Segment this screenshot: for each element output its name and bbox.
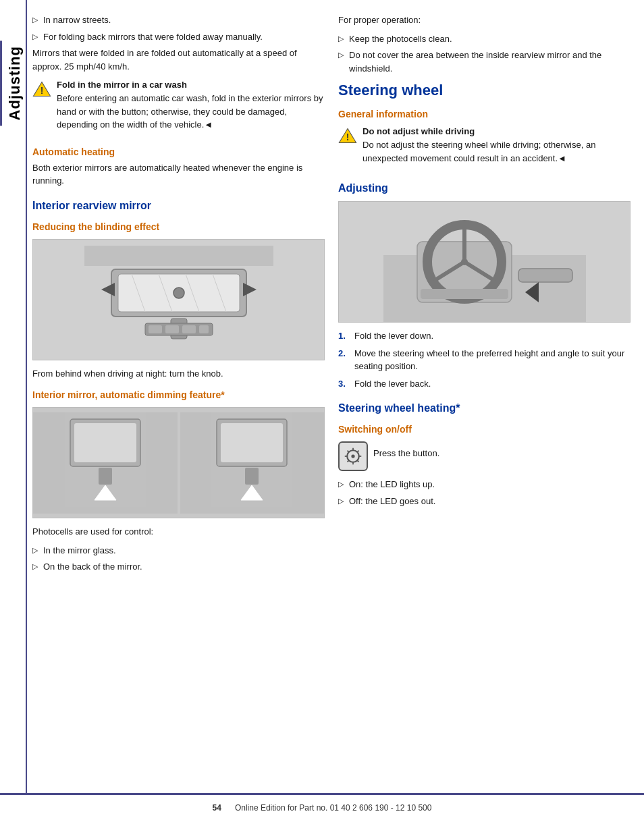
warning-driving: ! Do not adjust while driving Do not adj… <box>338 126 630 170</box>
svg-rect-15 <box>149 325 162 333</box>
warning-driving-title: Do not adjust while driving <box>363 126 630 136</box>
list-item: ▷ On the back of the mirror. <box>32 560 325 574</box>
adjusting-steps: 1. Fold the lever down. 2. Move the stee… <box>338 329 630 390</box>
svg-line-49 <box>357 460 358 462</box>
auto-heating-title: Automatic heating <box>32 146 325 157</box>
general-info-title: General information <box>338 109 630 119</box>
step-number: 2. <box>338 347 349 360</box>
warning-driving-content: Do not adjust while driving Do not adjus… <box>363 126 630 170</box>
numbered-item-3: 3. Fold the lever back. <box>338 377 630 391</box>
footer: 54 Online Edition for Part no. 01 40 2 6… <box>0 793 644 820</box>
heating-button-icon <box>338 441 368 471</box>
warning-icon: ! <box>32 80 51 99</box>
svg-line-51 <box>348 460 349 462</box>
svg-rect-18 <box>199 325 209 333</box>
bullet-arrow-icon: ▷ <box>32 545 38 556</box>
list-item: ▷ In narrow streets. <box>32 13 325 27</box>
svg-rect-21 <box>74 423 136 462</box>
steering-wheel-title: Steering wheel <box>338 82 630 99</box>
warning-content: Fold in the mirror in a car wash Before … <box>57 80 325 137</box>
auto-heating-text: Both exterior mirrors are automatically … <box>32 161 325 188</box>
warning-driving-icon: ! <box>338 126 357 145</box>
step-text: Fold the lever back. <box>354 377 431 391</box>
dimming-mirror-right <box>180 412 325 514</box>
bullet-text: In narrow streets. <box>43 13 325 27</box>
svg-rect-22 <box>99 468 112 485</box>
bullet-text: Do not cover the area between the inside… <box>349 49 630 75</box>
bullet-arrow-icon: ▷ <box>32 561 38 572</box>
svg-rect-3 <box>84 246 273 266</box>
sidebar-label: Adjusting <box>0 40 26 126</box>
svg-rect-17 <box>182 325 196 333</box>
content-area: ▷ In narrow streets. ▷ For folding back … <box>26 0 644 820</box>
svg-text:!: ! <box>41 85 44 96</box>
bullet-arrow-icon: ▷ <box>338 495 344 507</box>
heating-button-svg <box>344 447 363 466</box>
sidebar: Adjusting <box>0 0 26 820</box>
svg-rect-16 <box>165 325 179 333</box>
numbered-item-2: 2. Move the steering wheel to the prefer… <box>338 347 630 373</box>
warning-driving-body: Do not adjust the steering wheel while d… <box>363 138 630 165</box>
proper-operation-text: For proper operation: <box>338 13 630 27</box>
list-item: ▷ Do not cover the area between the insi… <box>338 49 630 75</box>
auto-dimming-title: Interior mirror, automatic dimming featu… <box>32 389 325 400</box>
right-column: For proper operation: ▷ Keep the photoce… <box>338 13 630 807</box>
step-number: 1. <box>338 329 349 343</box>
bullet-text: Off: the LED goes out. <box>349 495 630 508</box>
bullet-text: Keep the photocells clean. <box>349 32 630 46</box>
bullet-arrow-icon: ▷ <box>338 479 344 490</box>
from-behind-text: From behind when driving at night: turn … <box>32 367 325 381</box>
svg-point-43 <box>351 454 354 458</box>
interior-mirror-title: Interior rearview mirror <box>32 200 325 212</box>
list-item: ▷ Keep the photocells clean. <box>338 32 630 46</box>
bullet-text: For folding back mirrors that were folde… <box>43 30 325 44</box>
left-column: ▷ In narrow streets. ▷ For folding back … <box>32 13 325 807</box>
warning-car-wash: ! Fold in the mirror in a car wash Befor… <box>32 80 325 137</box>
svg-rect-39 <box>518 269 572 282</box>
warning-body: Before entering an automatic car wash, f… <box>57 92 325 132</box>
numbered-item-1: 1. Fold the lever down. <box>338 329 630 343</box>
dimming-mirror-image <box>32 407 325 518</box>
bullet-arrow-icon: ▷ <box>338 33 344 45</box>
list-item: ▷ For folding back mirrors that were fol… <box>32 30 325 44</box>
svg-line-48 <box>348 451 349 452</box>
step-text: Fold the lever down. <box>354 329 433 343</box>
list-item: ▷ Off: the LED goes out. <box>338 495 630 508</box>
steering-adjust-svg <box>383 201 586 323</box>
sw-heating-title: Steering wheel heating* <box>338 402 630 414</box>
warning-title: Fold in the mirror in a car wash <box>57 80 325 90</box>
adjusting-title: Adjusting <box>338 182 630 194</box>
steering-wheel-image <box>338 201 630 323</box>
list-item: ▷ On: the LED lights up. <box>338 478 630 491</box>
bullet-text: On: the LED lights up. <box>349 478 630 491</box>
mirror-right-svg <box>211 412 292 507</box>
rearview-mirror-image <box>32 239 325 360</box>
svg-text:!: ! <box>346 132 350 142</box>
mirror-svg <box>84 246 273 354</box>
page-number: 54 <box>213 803 221 813</box>
page-container: Adjusting ▷ In narrow streets. ▷ For fol… <box>0 0 644 820</box>
list-item: ▷ In the mirror glass. <box>32 544 325 557</box>
edition-text: Online Edition for Part no. 01 40 2 606 … <box>235 803 432 813</box>
dimming-mirror-left <box>33 412 178 514</box>
reducing-blinding-title: Reducing the blinding effect <box>32 221 325 232</box>
photocells-text: Photocells are used for control: <box>32 525 325 539</box>
svg-point-13 <box>173 288 184 298</box>
svg-rect-27 <box>245 468 259 485</box>
bullet-arrow-icon: ▷ <box>32 31 38 43</box>
bullet-text: In the mirror glass. <box>43 544 325 557</box>
sidebar-divider <box>26 0 27 820</box>
bullet-arrow-icon: ▷ <box>338 49 344 61</box>
switch-button-box: Press the button. <box>338 441 630 471</box>
bullet-arrow-icon: ▷ <box>32 14 38 26</box>
switching-title: Switching on/off <box>338 424 630 435</box>
bullet-text: On the back of the mirror. <box>43 560 325 574</box>
svg-rect-41 <box>421 289 508 299</box>
mirror-left-svg <box>65 412 146 507</box>
svg-line-50 <box>357 451 358 452</box>
step-text: Move the steering wheel to the preferred… <box>354 347 630 373</box>
intro-paragraph: Mirrors that were folded in are folded o… <box>32 47 325 73</box>
step-number: 3. <box>338 377 349 391</box>
press-button-text: Press the button. <box>373 447 439 460</box>
svg-rect-26 <box>221 423 283 462</box>
